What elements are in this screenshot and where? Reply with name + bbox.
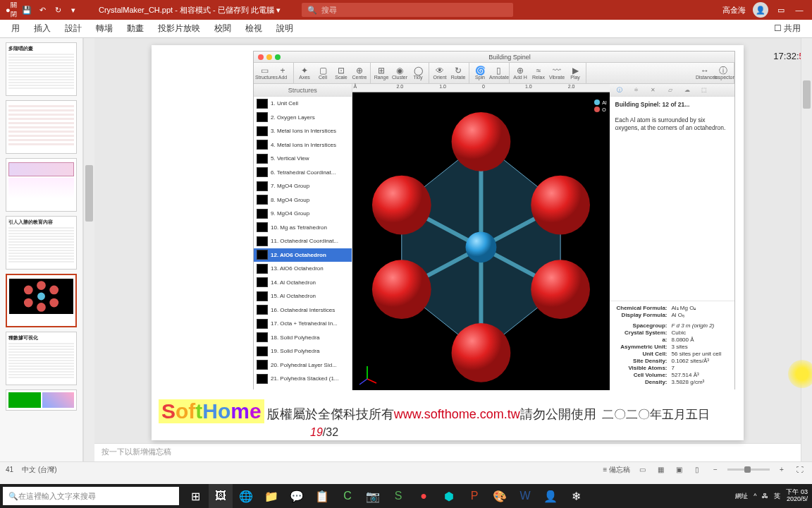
vibrate-button[interactable]: 〰Vibrate bbox=[548, 66, 566, 80]
tab-file[interactable]: 用 bbox=[4, 20, 27, 37]
app-icon[interactable]: 🖼 bbox=[209, 484, 233, 508]
tab-slideshow[interactable]: 投影片放映 bbox=[151, 20, 207, 37]
redo-icon[interactable]: ↻ bbox=[52, 4, 63, 16]
taskbar-search[interactable]: 🔍 在這裡輸入文字來搜尋 bbox=[3, 487, 179, 505]
inspector-button[interactable]: ⓘInspector bbox=[714, 66, 732, 80]
autosave-toggle[interactable]: ●關閉 bbox=[6, 4, 17, 16]
select-tab-icon[interactable]: ⬚ bbox=[699, 85, 710, 95]
tab-animations[interactable]: 動畫 bbox=[120, 20, 151, 37]
structure-item[interactable]: 20. Polyhedral Layer Sid... bbox=[254, 358, 352, 373]
normal-view-icon[interactable]: ▭ bbox=[636, 464, 648, 476]
taskview-icon[interactable]: ⊞ bbox=[183, 484, 207, 508]
word-icon[interactable]: W bbox=[513, 484, 537, 508]
taskbar-clock[interactable]: 下午 032020/5/ bbox=[786, 489, 808, 503]
structure-item[interactable]: 4. Metal Ions in Interstices bbox=[254, 138, 352, 152]
search-box[interactable]: 🔍 bbox=[302, 3, 513, 17]
tray-ime-icon[interactable]: 英 bbox=[774, 492, 780, 501]
slide-canvas[interactable]: Building Spinel ▭Structures+Add ✦Axes▢Ce… bbox=[152, 45, 744, 440]
annotate-button[interactable]: ▯Annotate bbox=[489, 66, 508, 80]
language[interactable]: 中文 (台灣) bbox=[22, 465, 56, 475]
tab-transitions[interactable]: 轉場 bbox=[89, 20, 120, 37]
thumbnail-scrollbar[interactable] bbox=[83, 38, 94, 461]
tray-up-icon[interactable]: ^ bbox=[753, 492, 756, 500]
slide-scrollbar[interactable] bbox=[801, 38, 812, 461]
distances-button[interactable]: ↔Distances bbox=[696, 66, 714, 80]
structure-item[interactable]: 6. Tetrahedral Coordinat... bbox=[254, 166, 352, 180]
addh-button[interactable]: ⊕Add H bbox=[511, 66, 529, 80]
app-icon[interactable]: 🎨 bbox=[488, 484, 512, 508]
close-icon[interactable] bbox=[258, 54, 264, 60]
structure-item[interactable]: 16. Octahedral Interstices bbox=[254, 303, 352, 318]
tray-net-icon[interactable]: 🖧 bbox=[762, 492, 768, 500]
thumbnail-panel[interactable]: 多階唱的畫 引人入勝的教育內容 種數據可視化 bbox=[0, 38, 83, 461]
ribbon-mode-icon[interactable]: ▭ bbox=[775, 4, 787, 16]
poly-tab-icon[interactable]: ▱ bbox=[665, 85, 676, 95]
structure-item[interactable]: 21. Polyhedra Stacked (1... bbox=[254, 372, 352, 386]
thumbnail[interactable] bbox=[6, 158, 77, 212]
app-icon[interactable]: C bbox=[336, 484, 359, 508]
minimize-icon[interactable]: — bbox=[794, 4, 805, 16]
cluster-button[interactable]: ◉Cluster bbox=[390, 66, 409, 80]
maximize-icon[interactable] bbox=[275, 54, 281, 60]
cell-button[interactable]: ▢Cell bbox=[314, 66, 332, 80]
structures-button[interactable]: ▭Structures bbox=[255, 66, 273, 80]
render-tab-icon[interactable]: ☁ bbox=[682, 85, 693, 95]
structure-item[interactable]: 15. Al Octahedron bbox=[254, 289, 352, 303]
spin-button[interactable]: 🌀Spin bbox=[471, 66, 489, 80]
thumbnail[interactable]: 引人入勝的教育內容 bbox=[6, 216, 77, 270]
molecule-viewport[interactable]: Å2.01.001.02.0 Al O bbox=[352, 84, 610, 390]
tab-design[interactable]: 設計 bbox=[58, 20, 89, 37]
atoms-tab-icon[interactable]: ⚛ bbox=[631, 85, 642, 95]
bonds-tab-icon[interactable]: ✕ bbox=[648, 85, 659, 95]
structure-item[interactable]: 10. Mg as Tetrahedron bbox=[254, 221, 352, 235]
thumbnail[interactable]: 種數據可視化 bbox=[6, 332, 77, 385]
app-icon[interactable]: ● bbox=[412, 484, 436, 508]
structure-item[interactable]: 7. MgO4 Group bbox=[254, 179, 352, 193]
present-icon[interactable]: ▾ bbox=[68, 4, 79, 16]
chrome-icon[interactable]: 🌐 bbox=[234, 484, 258, 508]
structure-item[interactable]: 13. AlO6 Octahedron bbox=[254, 262, 352, 276]
tab-insert[interactable]: 插入 bbox=[27, 20, 58, 37]
range-button[interactable]: ⊞Range bbox=[372, 66, 390, 80]
structure-item[interactable]: 12. AlO6 Octahedron bbox=[254, 248, 352, 262]
slideshow-view-icon[interactable]: ▯ bbox=[691, 464, 703, 476]
app-icon[interactable]: ⬢ bbox=[437, 484, 461, 508]
minimize-icon[interactable] bbox=[266, 54, 272, 60]
orient-button[interactable]: 👁Orient bbox=[431, 66, 449, 80]
structure-item[interactable]: 11. Octahedral Coordinat... bbox=[254, 234, 352, 248]
undo-icon[interactable]: ↶ bbox=[37, 4, 48, 16]
share-button[interactable]: ☐ 共用 bbox=[767, 23, 808, 35]
zoom-out-icon[interactable]: − bbox=[709, 464, 722, 476]
tidy-button[interactable]: ◯Tidy bbox=[409, 66, 427, 80]
centre-button[interactable]: ⊕Centre bbox=[350, 66, 369, 80]
structure-item[interactable]: 5. Vertical View bbox=[254, 152, 352, 166]
reading-view-icon[interactable]: ▣ bbox=[672, 464, 685, 476]
rotate-button[interactable]: ↻Rotate bbox=[449, 66, 467, 80]
play-button[interactable]: ▶Play bbox=[566, 66, 584, 80]
tab-help[interactable]: 說明 bbox=[269, 20, 300, 37]
add-button[interactable]: +Add bbox=[273, 66, 292, 80]
tab-review[interactable]: 校閱 bbox=[207, 20, 238, 37]
tab-view[interactable]: 檢視 bbox=[238, 20, 269, 37]
structure-item[interactable]: 19. Solid Polyhedra bbox=[254, 344, 352, 358]
structure-item[interactable]: 1. Unit Cell bbox=[254, 97, 352, 111]
structure-item[interactable]: 14. Al Octahedron bbox=[254, 276, 352, 290]
notes-button[interactable]: ≡ 備忘稿 bbox=[603, 465, 630, 475]
structure-item[interactable]: 17. Octa + Tetrahedral In... bbox=[254, 317, 352, 331]
zoom-slider[interactable] bbox=[727, 468, 770, 471]
save-icon[interactable]: 💾 bbox=[21, 4, 32, 16]
thumbnail[interactable] bbox=[6, 100, 77, 154]
notes-pane[interactable]: 按一下以新增備忘稿 bbox=[94, 443, 801, 461]
zoom-in-icon[interactable]: + bbox=[775, 464, 788, 476]
scale-button[interactable]: ⊡Scale bbox=[332, 66, 350, 80]
structure-item[interactable]: 3. Metal Ions in Interstices bbox=[254, 124, 352, 138]
axes-button[interactable]: ✦Axes bbox=[295, 66, 314, 80]
search-input[interactable] bbox=[321, 6, 508, 14]
powerpoint-icon[interactable]: P bbox=[462, 484, 486, 508]
app-icon[interactable]: 📷 bbox=[361, 484, 385, 508]
app-icon[interactable]: 📋 bbox=[310, 484, 334, 508]
thumbnail[interactable] bbox=[6, 389, 77, 411]
sorter-view-icon[interactable]: ▦ bbox=[654, 464, 667, 476]
info-tab-icon[interactable]: ⓘ bbox=[614, 85, 625, 95]
structure-item[interactable]: 18. Solid Polyhedra bbox=[254, 331, 352, 345]
